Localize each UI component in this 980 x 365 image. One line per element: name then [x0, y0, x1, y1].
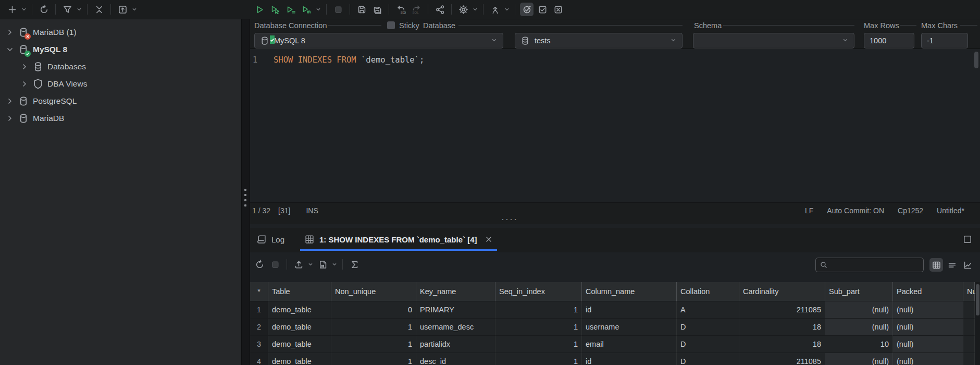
export-menu-caret[interactable] — [307, 258, 314, 271]
rollback-button[interactable] — [551, 3, 565, 16]
row-number[interactable]: 3 — [250, 336, 268, 353]
cell-col-non-unique[interactable]: 1 — [331, 319, 416, 336]
chevron-right-icon[interactable] — [20, 62, 29, 71]
cell-col-column-name[interactable]: email — [582, 336, 677, 353]
cell-col-key-name[interactable]: desc_id — [416, 353, 495, 365]
sql-redo-button[interactable]: SQL — [410, 3, 423, 16]
cell-col-non-unique[interactable]: 0 — [331, 301, 416, 319]
header-col-sub-part[interactable]: Sub_part — [825, 282, 893, 301]
text-view-button[interactable] — [945, 258, 959, 272]
row-number[interactable]: 2 — [250, 319, 268, 336]
filter-menu-caret[interactable] — [76, 3, 83, 16]
header-col-non-unique[interactable]: Non_unique — [331, 282, 416, 301]
transaction-menu-caret[interactable] — [503, 3, 511, 16]
grid-view-button[interactable] — [929, 258, 943, 272]
connection-select[interactable]: MySQL 8 — [254, 33, 503, 48]
cell-col-table[interactable]: demo_table — [268, 301, 331, 319]
cell-col-cardinality[interactable]: 211085 — [739, 301, 825, 319]
results-search-box[interactable] — [815, 258, 924, 272]
cell-col-cardinality[interactable]: 211085 — [739, 353, 825, 365]
tree-item-mysql-8[interactable]: MySQL 8 — [0, 41, 241, 58]
cell-col-seq-in-index[interactable]: 1 — [495, 301, 582, 319]
max-chars-input[interactable]: -1 — [921, 33, 968, 48]
cell-col-sub-part[interactable]: 10 — [825, 336, 893, 353]
tree-item-mariadb[interactable]: MariaDB — [0, 110, 241, 127]
cell-col-collation[interactable]: D — [677, 353, 739, 365]
cell-col-nullable[interactable] — [963, 353, 975, 365]
cell-col-cardinality[interactable]: 18 — [739, 336, 825, 353]
max-rows-input[interactable]: 1000 — [864, 33, 914, 48]
header-col-nullable[interactable]: Nu — [963, 282, 975, 301]
close-tab-icon[interactable] — [485, 235, 493, 244]
execute-as-chart-button[interactable] — [300, 3, 313, 16]
database-select[interactable]: tests — [515, 33, 683, 48]
cell-col-key-name[interactable]: username_desc — [416, 319, 495, 336]
chart-view-button[interactable] — [961, 258, 974, 272]
cell-col-key-name[interactable]: PRIMARY — [416, 301, 495, 319]
fetch-menu-caret[interactable] — [331, 258, 338, 271]
header-col-collation[interactable]: Collation — [677, 282, 739, 301]
save-all-button[interactable] — [370, 3, 384, 16]
cell-col-collation[interactable]: D — [677, 336, 739, 353]
grid-scrollbar[interactable] — [975, 282, 980, 365]
execute-menu-caret[interactable] — [315, 3, 322, 16]
header-col-packed[interactable]: Packed — [893, 282, 963, 301]
cell-col-sub-part[interactable]: (null) — [825, 319, 893, 336]
auto-commit-toggle[interactable] — [520, 3, 534, 16]
sticky-checkbox[interactable] — [387, 21, 395, 29]
new-connection-menu-caret[interactable] — [20, 3, 28, 16]
encoding-indicator[interactable]: Cp1252 — [898, 206, 923, 215]
header-col-column-name[interactable]: Column_name — [582, 282, 677, 301]
fetch-file-button[interactable] — [316, 258, 329, 271]
cell-col-collation[interactable]: D — [677, 319, 739, 336]
cancel-results-button[interactable] — [268, 258, 282, 271]
row-number[interactable]: 1 — [250, 301, 268, 319]
chevron-down-icon[interactable] — [5, 45, 15, 54]
grid-scrollbar-thumb[interactable] — [976, 284, 979, 315]
explain-plan-button[interactable] — [433, 3, 446, 16]
insert-mode[interactable]: INS — [306, 206, 318, 215]
settings-menu-caret[interactable] — [472, 3, 479, 16]
cell-col-seq-in-index[interactable]: 1 — [495, 353, 582, 365]
tree-item-dba-views[interactable]: DBA Views — [0, 75, 241, 92]
tree-item-mariadb-1[interactable]: MariaDB (1) — [0, 23, 241, 41]
editor-scrollbar-thumb[interactable] — [974, 52, 978, 68]
open-in-menu-caret[interactable] — [131, 3, 138, 16]
execute-statement-button[interactable] — [253, 3, 266, 16]
cell-col-packed[interactable]: (null) — [893, 336, 963, 353]
header-col-seq-in-index[interactable]: Seq_in_index — [495, 282, 582, 301]
open-in-button[interactable] — [116, 3, 129, 16]
chevron-right-icon[interactable] — [20, 79, 29, 89]
tree-item-postgresql[interactable]: PostgreSQL — [0, 92, 241, 110]
cell-col-table[interactable]: demo_table — [268, 319, 331, 336]
cell-col-column-name[interactable]: username — [582, 319, 677, 336]
save-button[interactable] — [355, 3, 368, 16]
row-number[interactable]: 4 — [250, 353, 268, 365]
settings-button[interactable] — [456, 3, 470, 16]
tree-item-databases[interactable]: Databases — [0, 58, 241, 75]
cell-col-nullable[interactable] — [963, 319, 975, 336]
schema-select[interactable] — [693, 33, 854, 48]
chevron-right-icon[interactable] — [5, 96, 15, 106]
cell-col-table[interactable]: demo_table — [268, 353, 331, 365]
cell-col-packed[interactable]: (null) — [893, 353, 963, 365]
cell-col-sub-part[interactable]: (null) — [825, 301, 893, 319]
export-results-button[interactable] — [292, 258, 305, 271]
cell-col-seq-in-index[interactable]: 1 — [495, 336, 582, 353]
tab-result-set[interactable]: 1: SHOW INDEXES FROM `demo_table` [4] — [300, 228, 497, 251]
maximize-panel-icon[interactable] — [962, 234, 973, 245]
cell-col-key-name[interactable]: partialidx — [416, 336, 495, 353]
sidebar-splitter[interactable] — [241, 19, 250, 365]
cell-col-seq-in-index[interactable]: 1 — [495, 319, 582, 336]
cell-col-nullable[interactable] — [963, 301, 975, 319]
cell-col-packed[interactable]: (null) — [893, 319, 963, 336]
cell-col-packed[interactable]: (null) — [893, 301, 963, 319]
cell-col-sub-part[interactable]: (null) — [825, 353, 893, 365]
filter-button[interactable] — [60, 3, 74, 16]
cell-col-cardinality[interactable]: 18 — [739, 319, 825, 336]
cell-col-column-name[interactable]: id — [582, 301, 677, 319]
line-ending-indicator[interactable]: LF — [805, 206, 813, 215]
commit-button[interactable] — [536, 3, 549, 16]
panel-splitter-handle[interactable]: ···· — [501, 216, 522, 222]
cell-col-table[interactable]: demo_table — [268, 336, 331, 353]
